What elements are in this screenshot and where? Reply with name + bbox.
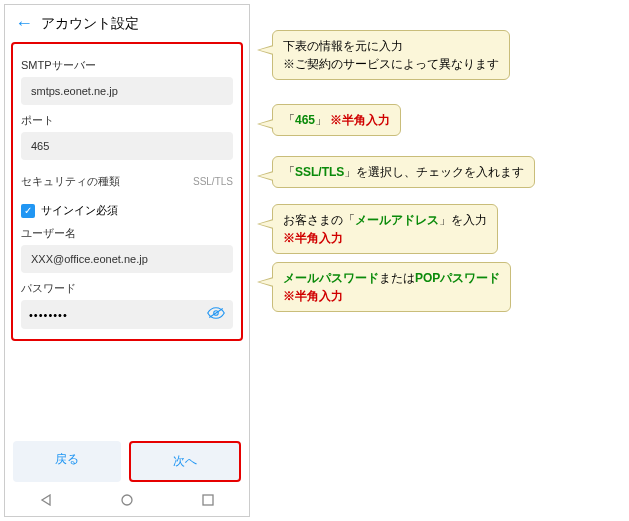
smtp-input[interactable]: smtps.eonet.ne.jp [21,77,233,105]
svg-point-2 [122,495,132,505]
callout-password: メールパスワードまたはPOPパスワード ※半角入力 [272,262,511,312]
header: ← アカウント設定 [5,5,249,42]
signin-required-row[interactable]: ✓ サインイン必須 [21,203,233,218]
next-button[interactable]: 次へ [129,441,241,482]
callout-text: 下表の情報を元に入力 [283,37,499,55]
svg-rect-3 [203,495,213,505]
callout-port: 「465」 ※半角入力 [272,104,401,136]
bottom-buttons: 戻る 次へ [13,441,241,482]
callout-username: お客さまの「メールアドレス」を入力 ※半角入力 [272,204,498,254]
security-label: セキュリティの種類 [21,174,120,189]
callout-security: 「SSL/TLS」を選択し、チェックを入れます [272,156,535,188]
security-row[interactable]: セキュリティの種類 SSL/TLS [21,174,233,189]
back-button[interactable]: 戻る [13,441,121,482]
svg-line-1 [209,309,223,318]
nav-recent-icon[interactable] [202,494,214,509]
callout-text: ※ご契約のサービスによって異なります [283,55,499,73]
android-navbar [5,486,249,516]
username-input[interactable]: XXX@office.eonet.ne.jp [21,245,233,273]
signin-required-label: サインイン必須 [41,203,118,218]
eye-icon[interactable] [207,306,225,323]
port-label: ポート [21,113,233,128]
back-arrow-icon[interactable]: ← [15,13,33,34]
page-title: アカウント設定 [41,15,139,33]
nav-home-icon[interactable] [121,494,133,509]
password-value: •••••••• [29,309,207,321]
security-value: SSL/TLS [193,176,233,187]
smtp-label: SMTPサーバー [21,58,233,73]
nav-back-icon[interactable] [40,494,52,509]
form-highlight: SMTPサーバー smtps.eonet.ne.jp ポート 465 セキュリテ… [11,42,243,341]
callout-smtp: 下表の情報を元に入力 ※ご契約のサービスによって異なります [272,30,510,80]
checkbox-icon[interactable]: ✓ [21,204,35,218]
password-input[interactable]: •••••••• [21,300,233,329]
password-label: パスワード [21,281,233,296]
username-label: ユーザー名 [21,226,233,241]
port-input[interactable]: 465 [21,132,233,160]
phone-frame: ← アカウント設定 SMTPサーバー smtps.eonet.ne.jp ポート… [4,4,250,517]
